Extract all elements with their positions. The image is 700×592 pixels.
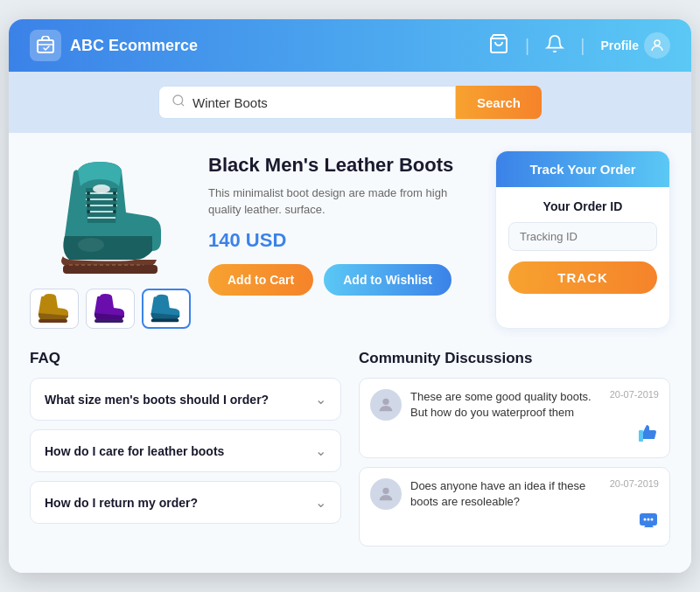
track-order-panel: Track Your Order Your Order ID TRACK <box>495 150 670 329</box>
svg-point-18 <box>87 210 90 213</box>
faq-item-1[interactable]: What size men's boots should I order? ⌄ <box>30 378 341 421</box>
svg-rect-21 <box>38 319 67 323</box>
svg-point-2 <box>654 40 660 45</box>
product-section: Black Men's Leather Boots This minimalis… <box>30 150 670 329</box>
community-date-2: 20-07-2019 <box>610 478 659 489</box>
product-price: 140 USD <box>208 229 478 252</box>
add-to-wishlist-button[interactable]: Add to Wishlist <box>324 264 452 296</box>
track-order-header: Track Your Order <box>496 151 669 187</box>
svg-point-3 <box>173 95 183 105</box>
community-item-2: Does anyone have an idea if these boots … <box>359 467 670 547</box>
profile-label: Profile <box>600 38 639 52</box>
community-text-1: These are some good quality boots. But h… <box>410 389 603 421</box>
thumbnail-purple[interactable] <box>86 289 135 329</box>
svg-point-15 <box>113 198 116 201</box>
search-section: Search <box>9 72 691 133</box>
chevron-down-icon-1: ⌄ <box>315 391 326 407</box>
header: ABC Ecommerce | | Profile <box>9 19 691 72</box>
svg-line-4 <box>181 103 184 106</box>
community-comment-icon-2[interactable] <box>638 512 659 535</box>
profile-button[interactable]: Profile <box>600 32 670 59</box>
thumbnail-blue[interactable] <box>142 289 191 329</box>
search-button[interactable]: Search <box>456 86 542 119</box>
chevron-down-icon-2: ⌄ <box>315 442 326 459</box>
community-like-icon-1[interactable] <box>638 423 659 447</box>
svg-point-28 <box>644 518 647 520</box>
search-icon <box>172 94 186 111</box>
app-title: ABC Ecommerce <box>70 37 198 55</box>
svg-point-19 <box>113 210 116 213</box>
community-content-2: Does anyone have an idea if these boots … <box>410 478 659 535</box>
svg-point-20 <box>78 238 104 252</box>
community-section: Community Discussions These are some goo… <box>359 350 670 555</box>
header-right: | | Profile <box>488 32 670 59</box>
faq-question-2: How do I care for leather boots <box>45 444 224 458</box>
svg-point-17 <box>113 204 116 207</box>
track-button[interactable]: TRACK <box>508 261 657 294</box>
faq-item-3[interactable]: How do I return my order? ⌄ <box>30 481 341 524</box>
svg-point-14 <box>87 198 90 201</box>
svg-point-26 <box>382 487 388 493</box>
chevron-down-icon-3: ⌄ <box>315 494 326 511</box>
community-text-2: Does anyone have an idea if these boots … <box>410 478 603 510</box>
product-info: Black Men's Leather Boots This minimalis… <box>208 150 478 329</box>
tracking-id-input[interactable] <box>508 222 657 251</box>
order-id-label: Your Order ID <box>508 199 657 213</box>
svg-point-24 <box>382 399 388 405</box>
logo-icon <box>30 30 61 61</box>
main-content: Black Men's Leather Boots This minimalis… <box>9 133 691 573</box>
product-images <box>30 150 191 329</box>
search-input[interactable] <box>192 95 443 110</box>
add-to-cart-button[interactable]: Add to Cart <box>208 264 313 296</box>
svg-point-30 <box>651 518 654 520</box>
community-item-1: These are some good quality boots. But h… <box>359 378 670 457</box>
svg-rect-25 <box>639 430 643 442</box>
community-avatar-2 <box>370 478 402 510</box>
profile-avatar <box>644 32 670 59</box>
svg-point-13 <box>113 192 116 195</box>
svg-point-29 <box>648 518 650 520</box>
thumbnail-tan[interactable] <box>30 289 79 329</box>
faq-item-2[interactable]: How do I care for leather boots ⌄ <box>30 429 341 472</box>
header-left: ABC Ecommerce <box>30 30 198 61</box>
app-window: ABC Ecommerce | | Profile <box>9 19 691 573</box>
svg-point-16 <box>87 204 90 207</box>
header-divider: | <box>525 36 529 56</box>
svg-point-12 <box>87 192 90 195</box>
track-order-body: Your Order ID TRACK <box>496 187 669 306</box>
community-title: Community Discussions <box>359 350 670 367</box>
product-description: This minimalist boot design are made fro… <box>208 185 478 219</box>
community-top-2: Does anyone have an idea if these boots … <box>410 478 659 512</box>
faq-title: FAQ <box>30 350 341 367</box>
bell-icon[interactable] <box>545 34 564 58</box>
header-divider2: | <box>580 36 584 56</box>
community-avatar-1 <box>370 389 402 421</box>
faq-question-1: What size men's boots should I order? <box>45 393 269 407</box>
svg-point-10 <box>93 185 110 193</box>
faq-section: FAQ What size men's boots should I order… <box>30 350 341 555</box>
bottom-sections: FAQ What size men's boots should I order… <box>30 350 670 555</box>
product-actions: Add to Cart Add to Wishlist <box>208 264 478 296</box>
cart-icon[interactable] <box>488 33 509 59</box>
thumbnails <box>30 289 191 329</box>
svg-rect-23 <box>151 319 179 323</box>
main-product-image <box>34 150 187 282</box>
svg-rect-22 <box>94 319 123 323</box>
community-top-1: These are some good quality boots. But h… <box>410 389 659 422</box>
search-bar <box>158 86 456 119</box>
svg-rect-11 <box>63 265 158 274</box>
community-date-1: 20-07-2019 <box>610 389 659 400</box>
product-title: Black Men's Leather Boots <box>208 154 478 177</box>
community-content-1: These are some good quality boots. But h… <box>410 389 659 446</box>
faq-question-3: How do I return my order? <box>45 496 198 510</box>
